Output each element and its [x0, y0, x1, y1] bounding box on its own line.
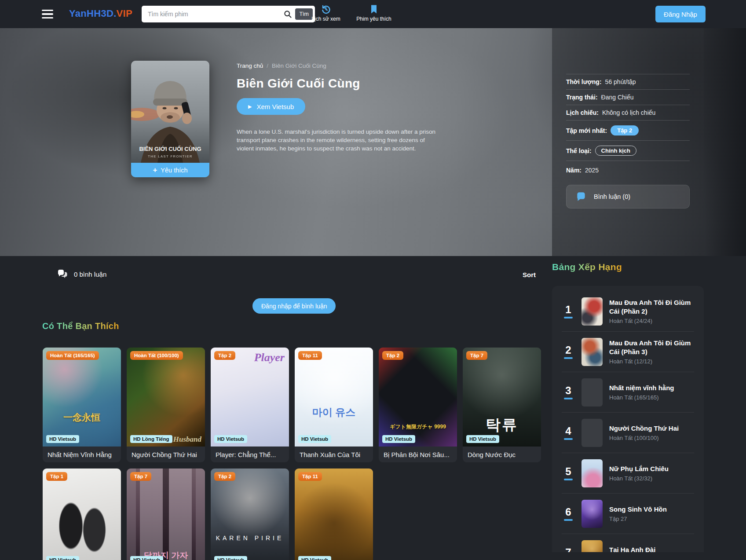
comments-button[interactable]: Bình luận (0): [566, 185, 690, 209]
logo-text-primary: YanHH3D.: [69, 8, 117, 19]
episode-badge: Tập 1: [46, 472, 67, 481]
ranking-status: Hoàn Tất (12/12): [609, 358, 694, 365]
quality-badge: HD Vietsub: [382, 435, 415, 443]
ranking-item[interactable]: 2 Mau Đưa Anh Tôi Đi Giùm Cái (Phần 3) H…: [562, 332, 694, 372]
site-logo[interactable]: YanHH3D.VIP: [69, 8, 132, 19]
history-button[interactable]: Lịch sử xem: [310, 4, 342, 22]
ranking-title: Nữ Phụ Lắm Chiêu: [609, 465, 694, 473]
rank-underline: [564, 357, 573, 359]
bookmark-icon: [369, 4, 379, 15]
ranking-item[interactable]: 7 Tại Hạ Anh Đài Hoàn Tất (12/12): [562, 534, 694, 552]
ranking-item[interactable]: 5 Nữ Phụ Lắm Chiêu Hoàn Tất (32/32): [562, 453, 694, 494]
search-input[interactable]: [148, 11, 282, 18]
episode-badge: Tập 2: [214, 351, 235, 360]
movie-card-title: Nhất Niệm Vĩnh Hằng: [43, 447, 121, 462]
movie-card[interactable]: Player Tập 2 HD Vietsub Player: Chẳng Th…: [211, 348, 289, 462]
comments-header: 0 bình luận: [57, 269, 106, 279]
ranking-item[interactable]: 3 Nhất niệm vĩnh hằng Hoàn Tất (165/165): [562, 372, 694, 413]
favorite-button[interactable]: + Yêu thích: [131, 163, 209, 177]
movie-card[interactable]: Tập 1 HD Vietsub: [43, 468, 121, 560]
rank-underline: [564, 438, 573, 440]
episode-badge: Tập 7: [130, 472, 151, 481]
hero-banner: BIÊN GIỚI CUỐI CÙNG THE LAST FRONTIER + …: [0, 28, 746, 256]
genre-badge[interactable]: Chính kịch: [595, 146, 636, 156]
year-value: 2025: [585, 167, 599, 174]
movie-card[interactable]: ギフト無限ガチャ 9999 Tập 2 HD Vietsub Bị Phản B…: [379, 348, 457, 462]
episode-badge: Hoàn Tất (165/165): [46, 351, 99, 360]
episode-badge: Tập 2: [214, 472, 235, 481]
latest-episode-row: Tập mới nhất: Tập 2: [566, 121, 690, 141]
info-row-value: 56 phút/tập: [605, 78, 636, 85]
ranking-status: Hoàn Tất (100/100): [609, 435, 694, 441]
quality-badge: HD Vietsub: [298, 556, 331, 560]
ranking-status: Hoàn Tất (24/24): [609, 318, 694, 324]
year-row: Năm: 2025: [566, 161, 690, 178]
poster-overlay-text: 一念永恒: [43, 411, 121, 424]
movie-card-poster: Player Tập 2 HD Vietsub: [211, 348, 289, 447]
quality-badge: HD Lồng Tiếng: [130, 435, 172, 443]
info-row: Lịch chiếu: Không có lịch chiếu: [566, 105, 690, 121]
poster-overlay-text: Husband: [173, 435, 201, 444]
poster-overlay-text: Player: [254, 351, 285, 364]
movie-card[interactable]: Tập 11 HD Vietsub: [295, 468, 373, 560]
episode-badge: Tập 11: [298, 472, 322, 481]
watch-button[interactable]: ▶ Xem Vietsub: [237, 98, 305, 115]
history-icon: [321, 4, 331, 15]
rank-number: 4: [562, 426, 575, 440]
movie-card[interactable]: 一念永恒 Hoàn Tất (165/165) HD Vietsub Nhất …: [43, 348, 121, 462]
latest-episode-badge[interactable]: Tập 2: [611, 125, 639, 135]
ranking-title: Song Sinh Vô Hồn: [609, 505, 694, 514]
quality-badge: HD Vietsub: [298, 435, 331, 443]
info-row-label: Lịch chiếu:: [566, 109, 599, 116]
ranking-item[interactable]: 1 Mau Đưa Anh Tôi Đi Giùm Cái (Phần 2) H…: [562, 291, 694, 332]
quality-badge: HD Vietsub: [130, 556, 163, 560]
ranking-thumbnail: [581, 419, 603, 447]
comment-bubbles-icon: [57, 269, 68, 279]
movie-card[interactable]: KAREN PIRIE Tập 2 HD Vietsub: [211, 468, 289, 560]
ranking-item[interactable]: 4 Người Chồng Thứ Hai Hoàn Tất (100/100): [562, 413, 694, 453]
favorites-button[interactable]: Phim yêu thích: [352, 4, 396, 22]
ranking-info: Mau Đưa Anh Tôi Đi Giùm Cái (Phần 2) Hoà…: [609, 298, 694, 324]
rank-number: 5: [562, 466, 575, 480]
rank-number: 3: [562, 385, 575, 399]
latest-episode-label: Tập mới nhất:: [566, 127, 607, 134]
rank-underline: [564, 479, 573, 480]
ranking-info: Nữ Phụ Lắm Chiêu Hoàn Tất (32/32): [609, 465, 694, 482]
poster-title-text: BIÊN GIỚI CUỐI CÙNG: [139, 146, 201, 152]
ranking-item[interactable]: 6 Song Sinh Vô Hồn Tập 27: [562, 494, 694, 534]
sort-button[interactable]: Sort: [523, 271, 536, 278]
hero-right-shade: [704, 28, 746, 256]
movie-card-poster: Tập 11 HD Vietsub: [295, 468, 373, 560]
movie-card[interactable]: Husband Hoàn Tất (100/100) HD Lồng Tiếng…: [127, 348, 205, 462]
poster-subtitle-text: THE LAST FRONTIER: [148, 154, 193, 158]
movie-card-poster: KAREN PIRIE Tập 2 HD Vietsub: [211, 468, 289, 560]
watch-button-label: Xem Vietsub: [256, 103, 294, 110]
quality-badge: HD Vietsub: [466, 435, 499, 443]
movie-card-poster: 마이 유스 Tập 11 HD Vietsub: [295, 348, 373, 447]
quality-badge: HD Vietsub: [214, 435, 247, 443]
login-button[interactable]: Đăng Nhập: [655, 6, 706, 22]
ranking-info: Người Chồng Thứ Hai Hoàn Tất (100/100): [609, 424, 694, 442]
rank-underline: [564, 519, 573, 521]
episode-badge: Tập 7: [466, 351, 487, 360]
movie-card[interactable]: 탁류 Tập 7 HD Vietsub Dòng Nước Đục: [463, 348, 541, 462]
logo-text-secondary: VIP: [117, 8, 132, 19]
ranking-info: Mau Đưa Anh Tôi Đi Giùm Cái (Phần 3) Hoà…: [609, 339, 694, 365]
favorite-button-label: Yêu thích: [161, 167, 187, 174]
main-content: 0 bình luận Sort Đăng nhập để bình luận …: [0, 256, 746, 560]
search-icon[interactable]: [283, 10, 292, 18]
breadcrumb-home-link[interactable]: Trang chủ: [237, 62, 263, 69]
episode-badge: Hoàn Tất (100/100): [130, 351, 183, 360]
ranking-title: Mau Đưa Anh Tôi Đi Giùm Cái (Phần 2): [609, 298, 694, 315]
info-row: Trạng thái: Đang Chiếu: [566, 90, 690, 105]
info-row-value: Đang Chiếu: [601, 94, 634, 101]
movie-description: When a lone U.S. marshal's jurisdiction …: [237, 128, 443, 153]
menu-icon[interactable]: [42, 10, 53, 18]
quality-badge: HD Vietsub: [46, 556, 79, 560]
info-row-label: Trạng thái:: [566, 94, 598, 101]
movie-card-title: Dòng Nước Đục: [463, 447, 541, 462]
movie-card[interactable]: 마이 유스 Tập 11 HD Vietsub Thanh Xuân Của T…: [295, 348, 373, 462]
movie-poster[interactable]: BIÊN GIỚI CUỐI CÙNG THE LAST FRONTIER + …: [131, 61, 209, 177]
login-to-comment-button[interactable]: Đăng nhập để bình luận: [252, 298, 336, 314]
movie-card[interactable]: 달까지 가자 Tập 7 HD Vietsub: [127, 468, 205, 560]
